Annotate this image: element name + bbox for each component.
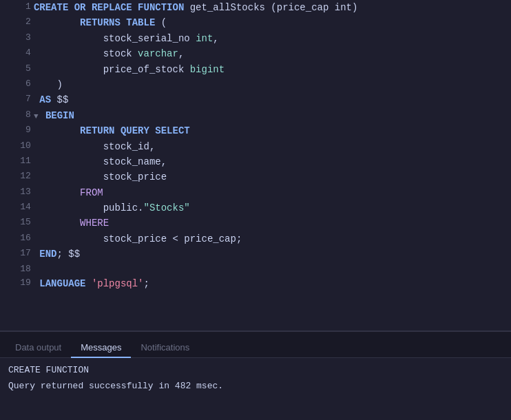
line-content: FROM <box>32 185 511 200</box>
line-number: 18 <box>0 262 32 277</box>
token: CREATE OR REPLACE FUNCTION <box>34 2 190 13</box>
line-number: 5 <box>0 62 32 77</box>
line-number: 12 <box>0 169 32 185</box>
token: WHERE <box>34 218 109 229</box>
token: stock_price <box>34 171 167 182</box>
token: stock_name, <box>34 156 167 167</box>
token: $$ <box>56 94 68 105</box>
line-content <box>32 262 511 277</box>
code-line: 17 END; $$ <box>0 246 511 262</box>
code-line: 2 RETURNS TABLE ( <box>0 15 511 30</box>
code-table: 1CREATE OR REPLACE FUNCTION get_allStock… <box>0 0 511 292</box>
code-line: 9 RETURN QUERY SELECT <box>0 123 511 138</box>
line-number: 6 <box>0 77 32 92</box>
token: price_of_stock <box>34 64 190 75</box>
token: get_allStocks <box>190 2 271 13</box>
code-line: 16 stock_price < price_cap; <box>0 231 511 246</box>
token: BEGIN <box>39 110 74 121</box>
tabs-bar: Data outputMessagesNotifications <box>0 332 511 358</box>
code-line: 1CREATE OR REPLACE FUNCTION get_allStock… <box>0 0 511 15</box>
line-content: ▼ BEGIN <box>32 108 511 123</box>
line-content: stock_price <box>32 169 511 185</box>
code-line: 11 stock_name, <box>0 154 511 169</box>
line-number: 14 <box>0 200 32 216</box>
line-number: 9 <box>0 123 32 138</box>
token: ; <box>144 278 149 289</box>
output-area: CREATE FUNCTION Query returned successfu… <box>0 358 511 420</box>
code-line: 19 LANGUAGE 'plpgsql'; <box>0 276 511 291</box>
tab-notifications[interactable]: Notifications <box>131 338 199 358</box>
line-content: stock varchar, <box>32 46 511 61</box>
code-line: 12 stock_price <box>0 169 511 185</box>
line-content: RETURNS TABLE ( <box>32 15 511 30</box>
token: (price_cap int) <box>271 2 357 13</box>
output-line1: CREATE FUNCTION <box>8 365 503 375</box>
output-line2: Query returned successfully in 482 msec. <box>8 381 503 391</box>
token: RETURN QUERY SELECT <box>34 125 190 136</box>
token: stock_price < price_cap; <box>34 233 242 244</box>
line-number: 16 <box>0 231 32 246</box>
line-number: 3 <box>0 31 32 46</box>
token: END <box>34 249 57 260</box>
code-line: 4 stock varchar, <box>0 46 511 61</box>
code-line: 5 price_of_stock bigint <box>0 62 511 77</box>
code-line: 15 WHERE <box>0 216 511 231</box>
line-number: 11 <box>0 154 32 169</box>
line-content: stock_price < price_cap; <box>32 231 511 246</box>
line-content: WHERE <box>32 216 511 231</box>
line-number: 7 <box>0 92 32 107</box>
token: ( <box>161 17 167 28</box>
token: stock_id, <box>34 141 155 152</box>
code-line: 14 public."Stocks" <box>0 200 511 216</box>
token: int <box>196 33 213 44</box>
line-number: 4 <box>0 46 32 61</box>
line-number: 8 <box>0 108 32 123</box>
code-line: 8▼ BEGIN <box>0 108 511 123</box>
line-content: stock_serial_no int, <box>32 31 511 46</box>
line-content: stock_id, <box>32 139 511 154</box>
token: 'plpgsql' <box>92 278 144 289</box>
line-content: LANGUAGE 'plpgsql'; <box>32 276 511 291</box>
line-content: ) <box>32 77 511 92</box>
line-number: 2 <box>0 15 32 30</box>
tab-messages[interactable]: Messages <box>71 338 131 358</box>
token: , <box>178 48 184 59</box>
token: bigint <box>190 64 225 75</box>
line-number: 17 <box>0 246 32 262</box>
line-content: public."Stocks" <box>32 200 511 216</box>
line-content: stock_name, <box>32 154 511 169</box>
code-line: 7 AS $$ <box>0 92 511 107</box>
code-line: 3 stock_serial_no int, <box>0 31 511 46</box>
fold-arrow-icon[interactable]: ▼ <box>34 111 39 123</box>
line-number: 13 <box>0 185 32 200</box>
line-number: 10 <box>0 139 32 154</box>
line-content: CREATE OR REPLACE FUNCTION get_allStocks… <box>32 0 511 15</box>
token: stock <box>34 48 138 59</box>
line-content: AS $$ <box>32 92 511 107</box>
bottom-panel: Data outputMessagesNotifications CREATE … <box>0 330 511 420</box>
token: FROM <box>34 187 103 198</box>
code-line: 13 FROM <box>0 185 511 200</box>
line-content: price_of_stock bigint <box>32 62 511 77</box>
token: RETURNS TABLE <box>34 17 161 28</box>
code-line: 6 ) <box>0 77 511 92</box>
line-content: RETURN QUERY SELECT <box>32 123 511 138</box>
line-number: 15 <box>0 216 32 231</box>
token: ; $$ <box>56 249 80 260</box>
editor-area: 1CREATE OR REPLACE FUNCTION get_allStock… <box>0 0 511 330</box>
token: ) <box>34 79 63 90</box>
line-content: END; $$ <box>32 246 511 262</box>
token: public. <box>34 202 144 213</box>
token: "Stocks" <box>144 202 190 213</box>
token: LANGUAGE <box>34 278 92 289</box>
code-line: 18 <box>0 262 511 277</box>
token: , <box>213 33 218 44</box>
token: varchar <box>138 48 178 59</box>
tab-data-output[interactable]: Data output <box>6 338 71 358</box>
code-line: 10 stock_id, <box>0 139 511 154</box>
token: stock_serial_no <box>34 33 196 44</box>
line-number: 1 <box>0 0 32 15</box>
line-number: 19 <box>0 276 32 291</box>
token: AS <box>34 94 57 105</box>
